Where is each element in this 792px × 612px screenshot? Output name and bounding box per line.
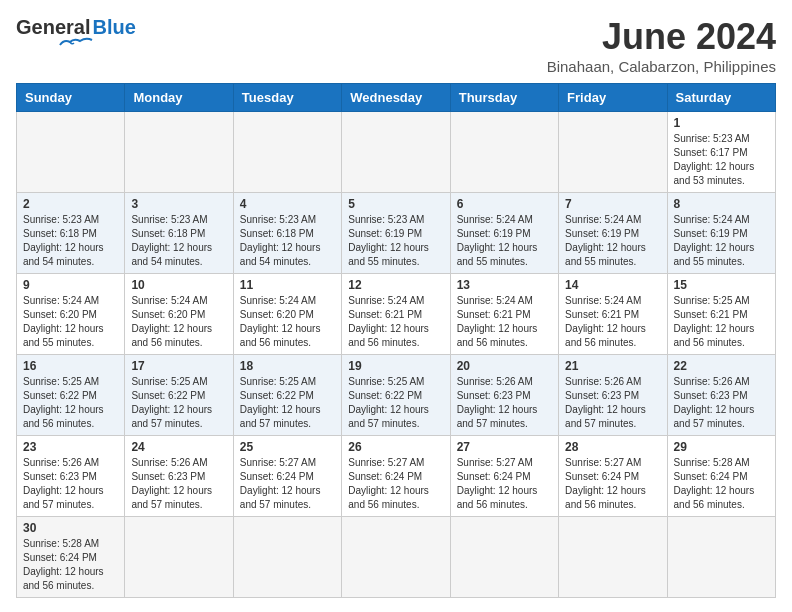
day-number: 22 [674,359,769,373]
calendar-cell: 1Sunrise: 5:23 AM Sunset: 6:17 PM Daylig… [667,112,775,193]
day-info: Sunrise: 5:26 AM Sunset: 6:23 PM Dayligh… [674,375,769,431]
day-of-week-header: Thursday [450,84,558,112]
day-info: Sunrise: 5:28 AM Sunset: 6:24 PM Dayligh… [674,456,769,512]
calendar-cell: 17Sunrise: 5:25 AM Sunset: 6:22 PM Dayli… [125,355,233,436]
logo-text-general: General [16,16,90,39]
day-number: 3 [131,197,226,211]
calendar-cell: 22Sunrise: 5:26 AM Sunset: 6:23 PM Dayli… [667,355,775,436]
day-number: 19 [348,359,443,373]
calendar-cell: 18Sunrise: 5:25 AM Sunset: 6:22 PM Dayli… [233,355,341,436]
day-number: 2 [23,197,118,211]
calendar-cell: 4Sunrise: 5:23 AM Sunset: 6:18 PM Daylig… [233,193,341,274]
calendar-cell [233,517,341,598]
calendar-week-row: 1Sunrise: 5:23 AM Sunset: 6:17 PM Daylig… [17,112,776,193]
day-number: 27 [457,440,552,454]
day-info: Sunrise: 5:26 AM Sunset: 6:23 PM Dayligh… [23,456,118,512]
day-number: 8 [674,197,769,211]
calendar-table: SundayMondayTuesdayWednesdayThursdayFrid… [16,83,776,598]
calendar-cell [125,112,233,193]
calendar-cell [17,112,125,193]
day-info: Sunrise: 5:24 AM Sunset: 6:20 PM Dayligh… [23,294,118,350]
calendar-cell: 3Sunrise: 5:23 AM Sunset: 6:18 PM Daylig… [125,193,233,274]
calendar-cell: 23Sunrise: 5:26 AM Sunset: 6:23 PM Dayli… [17,436,125,517]
day-info: Sunrise: 5:23 AM Sunset: 6:18 PM Dayligh… [23,213,118,269]
day-info: Sunrise: 5:26 AM Sunset: 6:23 PM Dayligh… [457,375,552,431]
day-number: 16 [23,359,118,373]
calendar-week-row: 30Sunrise: 5:28 AM Sunset: 6:24 PM Dayli… [17,517,776,598]
day-info: Sunrise: 5:23 AM Sunset: 6:17 PM Dayligh… [674,132,769,188]
calendar-cell [559,517,667,598]
day-number: 10 [131,278,226,292]
day-info: Sunrise: 5:27 AM Sunset: 6:24 PM Dayligh… [565,456,660,512]
calendar-cell: 30Sunrise: 5:28 AM Sunset: 6:24 PM Dayli… [17,517,125,598]
day-number: 21 [565,359,660,373]
day-info: Sunrise: 5:24 AM Sunset: 6:21 PM Dayligh… [348,294,443,350]
day-info: Sunrise: 5:25 AM Sunset: 6:22 PM Dayligh… [23,375,118,431]
day-info: Sunrise: 5:24 AM Sunset: 6:20 PM Dayligh… [240,294,335,350]
day-number: 29 [674,440,769,454]
day-info: Sunrise: 5:24 AM Sunset: 6:19 PM Dayligh… [674,213,769,269]
day-number: 1 [674,116,769,130]
day-number: 23 [23,440,118,454]
logo: General Blue [16,16,136,53]
day-info: Sunrise: 5:23 AM Sunset: 6:18 PM Dayligh… [240,213,335,269]
day-number: 12 [348,278,443,292]
calendar-cell: 19Sunrise: 5:25 AM Sunset: 6:22 PM Dayli… [342,355,450,436]
calendar-cell: 14Sunrise: 5:24 AM Sunset: 6:21 PM Dayli… [559,274,667,355]
calendar-week-row: 2Sunrise: 5:23 AM Sunset: 6:18 PM Daylig… [17,193,776,274]
calendar-cell [450,517,558,598]
calendar-week-row: 9Sunrise: 5:24 AM Sunset: 6:20 PM Daylig… [17,274,776,355]
calendar-cell: 21Sunrise: 5:26 AM Sunset: 6:23 PM Dayli… [559,355,667,436]
calendar-cell: 10Sunrise: 5:24 AM Sunset: 6:20 PM Dayli… [125,274,233,355]
calendar-cell: 12Sunrise: 5:24 AM Sunset: 6:21 PM Dayli… [342,274,450,355]
calendar-cell: 25Sunrise: 5:27 AM Sunset: 6:24 PM Dayli… [233,436,341,517]
day-number: 17 [131,359,226,373]
page-title: June 2024 [547,16,776,58]
day-of-week-header: Saturday [667,84,775,112]
day-number: 28 [565,440,660,454]
day-number: 6 [457,197,552,211]
page-header: General Blue June 2024 Binahaan, Calabar… [16,16,776,75]
calendar-cell [342,112,450,193]
calendar-cell: 5Sunrise: 5:23 AM Sunset: 6:19 PM Daylig… [342,193,450,274]
day-number: 4 [240,197,335,211]
day-info: Sunrise: 5:24 AM Sunset: 6:19 PM Dayligh… [457,213,552,269]
calendar-cell: 20Sunrise: 5:26 AM Sunset: 6:23 PM Dayli… [450,355,558,436]
day-of-week-header: Sunday [17,84,125,112]
title-area: June 2024 Binahaan, Calabarzon, Philippi… [547,16,776,75]
day-of-week-header: Monday [125,84,233,112]
day-of-week-header: Wednesday [342,84,450,112]
calendar-cell [559,112,667,193]
calendar-cell: 11Sunrise: 5:24 AM Sunset: 6:20 PM Dayli… [233,274,341,355]
calendar-cell: 16Sunrise: 5:25 AM Sunset: 6:22 PM Dayli… [17,355,125,436]
calendar-cell [450,112,558,193]
calendar-cell [667,517,775,598]
day-number: 7 [565,197,660,211]
calendar-cell: 27Sunrise: 5:27 AM Sunset: 6:24 PM Dayli… [450,436,558,517]
calendar-cell: 26Sunrise: 5:27 AM Sunset: 6:24 PM Dayli… [342,436,450,517]
day-number: 18 [240,359,335,373]
day-number: 13 [457,278,552,292]
day-number: 26 [348,440,443,454]
day-info: Sunrise: 5:24 AM Sunset: 6:21 PM Dayligh… [457,294,552,350]
calendar-cell: 6Sunrise: 5:24 AM Sunset: 6:19 PM Daylig… [450,193,558,274]
day-info: Sunrise: 5:23 AM Sunset: 6:18 PM Dayligh… [131,213,226,269]
day-info: Sunrise: 5:23 AM Sunset: 6:19 PM Dayligh… [348,213,443,269]
day-info: Sunrise: 5:26 AM Sunset: 6:23 PM Dayligh… [131,456,226,512]
calendar-week-row: 23Sunrise: 5:26 AM Sunset: 6:23 PM Dayli… [17,436,776,517]
day-info: Sunrise: 5:28 AM Sunset: 6:24 PM Dayligh… [23,537,118,593]
logo-bird-icon [58,37,94,53]
day-info: Sunrise: 5:24 AM Sunset: 6:21 PM Dayligh… [565,294,660,350]
calendar-cell: 9Sunrise: 5:24 AM Sunset: 6:20 PM Daylig… [17,274,125,355]
logo-text-blue: Blue [92,16,135,39]
calendar-cell [342,517,450,598]
day-of-week-header: Tuesday [233,84,341,112]
calendar-week-row: 16Sunrise: 5:25 AM Sunset: 6:22 PM Dayli… [17,355,776,436]
day-info: Sunrise: 5:25 AM Sunset: 6:21 PM Dayligh… [674,294,769,350]
calendar-cell: 28Sunrise: 5:27 AM Sunset: 6:24 PM Dayli… [559,436,667,517]
day-info: Sunrise: 5:25 AM Sunset: 6:22 PM Dayligh… [348,375,443,431]
calendar-cell: 13Sunrise: 5:24 AM Sunset: 6:21 PM Dayli… [450,274,558,355]
day-info: Sunrise: 5:25 AM Sunset: 6:22 PM Dayligh… [240,375,335,431]
day-info: Sunrise: 5:24 AM Sunset: 6:20 PM Dayligh… [131,294,226,350]
day-info: Sunrise: 5:24 AM Sunset: 6:19 PM Dayligh… [565,213,660,269]
